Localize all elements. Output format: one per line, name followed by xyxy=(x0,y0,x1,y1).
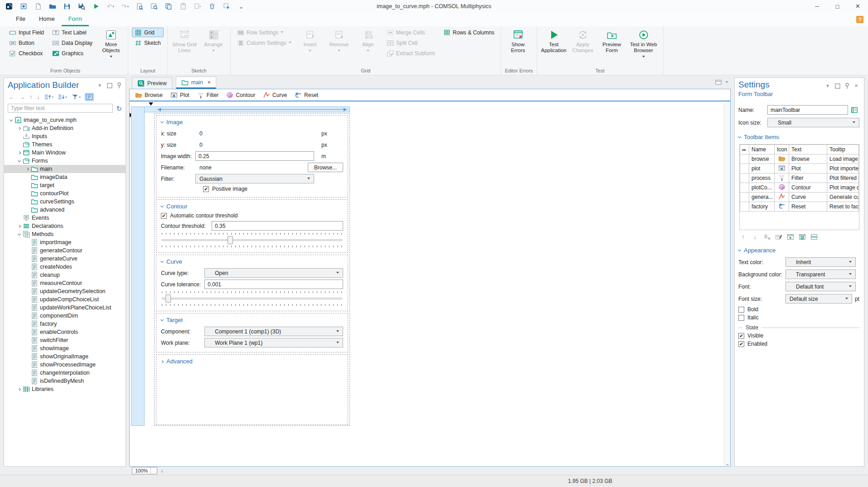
tree-item-generatecurve[interactable]: generateCurve xyxy=(4,255,126,263)
icon-size-dropdown[interactable]: Small xyxy=(767,118,859,127)
column-header-text[interactable]: Text xyxy=(789,145,827,154)
column-header-tooltip[interactable]: Tooltip xyxy=(827,145,859,154)
tree-item-declarations[interactable]: Declarations xyxy=(4,222,126,230)
toolbar-item-row-plot[interactable]: plotPlotPlot importe... xyxy=(740,164,859,174)
grid-column-header[interactable] xyxy=(131,106,350,112)
tree-item-inputs[interactable]: Inputs xyxy=(4,132,126,140)
expander-icon[interactable] xyxy=(16,388,22,391)
expander-icon[interactable] xyxy=(16,151,22,154)
tab-home[interactable]: Home xyxy=(32,13,62,26)
grid-row-header[interactable] xyxy=(131,106,145,426)
sketch-mode-button[interactable]: Sketch xyxy=(132,38,164,48)
curve-type-dropdown[interactable]: Open xyxy=(204,268,343,278)
maximize-icon[interactable]: □ xyxy=(827,0,848,13)
tree-item-factory[interactable]: factory xyxy=(4,320,126,328)
undo-icon[interactable]: ↶▾ xyxy=(106,2,115,11)
tree-item-events[interactable]: Events xyxy=(4,214,126,222)
section-advanced-header[interactable]: Advanced xyxy=(161,358,343,365)
tree-item-updateworkplanechoicelist[interactable]: updateWorkPlaneChoiceList xyxy=(4,304,126,312)
tree-item-generatecontour[interactable]: generateContour xyxy=(4,246,126,255)
tab-main[interactable]: main × xyxy=(176,77,216,89)
toolbar-items-header[interactable]: Toolbar Items xyxy=(738,134,859,140)
tree-back-icon[interactable]: ← xyxy=(9,93,15,101)
toolbar-item-row-filter[interactable]: processFilterPlot filtered i... xyxy=(740,174,859,183)
preview-selected-icon[interactable] xyxy=(150,2,159,11)
collapse-panel-icon[interactable]: ▾ xyxy=(824,82,831,89)
tree-item-showprocessedimage[interactable]: showProcessedImage xyxy=(4,361,126,369)
redo-icon[interactable]: ↷▾ xyxy=(121,2,130,11)
slider-thumb[interactable] xyxy=(228,236,233,244)
image-width-input[interactable] xyxy=(195,151,314,161)
tree-item-themes[interactable]: Themes xyxy=(4,140,126,149)
vertical-scrollbar[interactable]: ⌄ xyxy=(724,102,730,466)
insert-button[interactable]: Insert xyxy=(297,28,323,53)
help-icon[interactable]: ? xyxy=(855,15,864,24)
tree-move-down-icon[interactable]: ↓ xyxy=(37,93,40,101)
bold-checkbox[interactable] xyxy=(738,307,744,313)
item-up-icon[interactable]: ↑ xyxy=(739,233,747,241)
tree-item-isdefinedbymesh[interactable]: isDefinedByMesh xyxy=(4,377,126,385)
slider-thumb[interactable] xyxy=(165,294,171,303)
show-errors-button[interactable]: Show Errors xyxy=(505,28,531,53)
form-toolbar-plot-button[interactable]: Plot xyxy=(170,92,189,99)
form-toolbar-filter-button[interactable]: Filter xyxy=(197,92,219,99)
tree-item-cleanup[interactable]: cleanup xyxy=(4,271,126,279)
tree-item-imagedata[interactable]: imageData xyxy=(4,173,126,181)
editor-dock-icon[interactable] xyxy=(715,79,722,85)
align-button[interactable]: Align xyxy=(355,28,381,53)
tree-item-switchfilter[interactable]: switchFilter xyxy=(4,336,126,344)
select-icon[interactable] xyxy=(222,2,231,11)
tree-item-main-window[interactable]: Main Window xyxy=(4,149,126,157)
toolbar-item-row-browse[interactable]: browseBrowseLoad image... xyxy=(740,154,859,164)
refresh-icon[interactable]: ↻ xyxy=(116,105,122,112)
form-toolbar-curve-button[interactable]: Curve xyxy=(263,92,287,99)
contour-threshold-slider[interactable] xyxy=(161,232,343,248)
grid-mode-button[interactable]: Grid xyxy=(132,28,164,37)
browse-button[interactable]: Browse... xyxy=(308,163,343,172)
checkbox-button[interactable]: Checkbox xyxy=(6,48,47,58)
test-application-button[interactable]: Test Application xyxy=(541,28,567,53)
column-header-name[interactable]: Name xyxy=(749,145,775,154)
curve-tolerance-slider[interactable] xyxy=(161,290,343,307)
section-contour-header[interactable]: Contour xyxy=(161,203,343,210)
arrange-button[interactable]: Arrange xyxy=(200,28,227,53)
add-toggle-icon[interactable] xyxy=(798,233,806,241)
auto-contour-checkbox[interactable]: ✔ xyxy=(161,213,167,219)
comsol-logo-icon[interactable] xyxy=(5,2,14,11)
graphics-button[interactable]: Graphics xyxy=(49,48,95,58)
enabled-checkbox[interactable]: ✔ xyxy=(738,341,744,347)
row-settings-button[interactable]: Row Settings xyxy=(234,28,294,37)
form-canvas[interactable]: Image x: size0px y: size0px Image width:… xyxy=(130,102,724,466)
float-panel-icon[interactable] xyxy=(834,82,840,89)
tree-item-advanced[interactable]: advanced xyxy=(4,206,126,214)
scroll-left-icon[interactable]: ‹ xyxy=(161,468,163,474)
node-settings-icon[interactable] xyxy=(85,93,94,101)
close-tab-icon[interactable]: × xyxy=(208,79,211,86)
item-edit-icon[interactable] xyxy=(775,233,782,241)
form-toolbar-browse-button[interactable]: Browse xyxy=(135,92,163,99)
delete-icon[interactable] xyxy=(208,2,217,11)
tree-item-createnodes[interactable]: createNodes xyxy=(4,263,126,271)
section-image-header[interactable]: Image xyxy=(161,119,343,125)
tab-form[interactable]: Form xyxy=(62,13,89,26)
name-input[interactable] xyxy=(767,105,848,115)
expander-icon[interactable] xyxy=(8,120,14,121)
expand-columns-header[interactable]: ▸▸ xyxy=(740,145,749,154)
zoom-dropdown[interactable]: 100% xyxy=(132,467,157,474)
tree-item-importimage[interactable]: importImage xyxy=(4,238,126,246)
contour-threshold-input[interactable] xyxy=(212,221,343,231)
tree-item-updategeometryselection[interactable]: updateGeometrySelection xyxy=(4,287,126,295)
collapse-nodes-icon[interactable]: ▾ xyxy=(58,93,67,101)
section-curve-header[interactable]: Curve xyxy=(161,258,343,265)
text-color-dropdown[interactable]: Inherit xyxy=(786,257,856,267)
expander-icon[interactable] xyxy=(24,168,30,170)
tree-filter-icon[interactable]: ▾ xyxy=(71,93,81,101)
find-icon[interactable] xyxy=(135,2,144,11)
toolbar-item-row-curve[interactable]: genera...CurveGenerate cur... xyxy=(740,193,859,202)
input-field-button[interactable]: Input Field xyxy=(6,28,47,37)
editor-menu-icon[interactable]: ▾ xyxy=(726,79,728,85)
text-label-button[interactable]: TText Label xyxy=(49,28,95,37)
tree-item-componentdim[interactable]: componentDim xyxy=(4,312,126,320)
italic-checkbox[interactable] xyxy=(738,315,744,321)
more-objects-button[interactable]: More Objects xyxy=(98,28,124,59)
